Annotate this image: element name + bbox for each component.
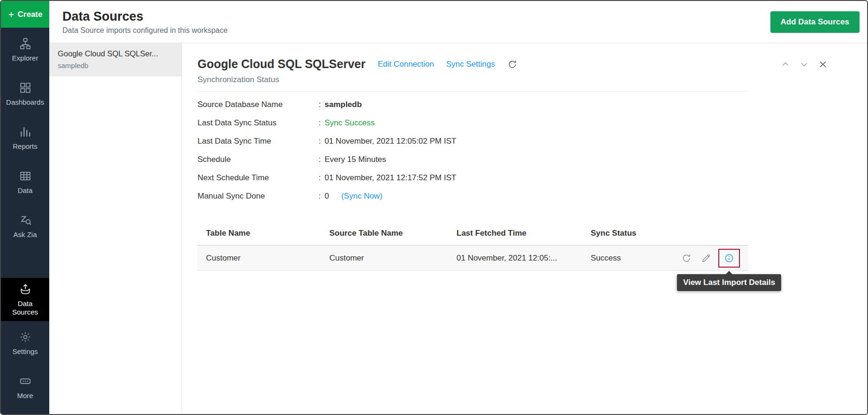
field-label: Manual Sync Done: [198, 192, 319, 201]
sidebar-item-label: Data: [16, 186, 35, 195]
sidebar-item-ask-zia[interactable]: Ask Zia: [1, 204, 49, 248]
connection-title: Google Cloud SQL SQLServer: [198, 57, 365, 71]
close-icon[interactable]: [818, 60, 828, 69]
gear-icon: [19, 331, 31, 343]
view-last-import-details-tooltip: View Last Import Details: [677, 274, 781, 291]
sidebar-nav: Explorer Dashboards Reports: [1, 28, 49, 409]
sidebar-item-dashboards[interactable]: Dashboards: [1, 72, 49, 116]
chevron-down-icon[interactable]: [799, 60, 809, 69]
dashboards-icon: [19, 82, 31, 94]
sync-status-value: Sync Success: [325, 118, 375, 128]
field-label: Last Data Sync Time: [198, 137, 319, 146]
row-actions: [664, 246, 748, 271]
more-ellipsis-icon: [19, 375, 31, 387]
sync-now-link[interactable]: (Sync Now): [341, 192, 382, 201]
field-value: 01 November, 2021 12:17:52 PM IST: [325, 173, 457, 183]
table-header-row: Table Name Source Table Name Last Fetche…: [198, 223, 748, 246]
column-header-sync-status: Sync Status: [582, 223, 664, 246]
field-label: Next Schedule Time: [198, 173, 319, 183]
page-subtitle: Data Source imports configured in this w…: [62, 26, 228, 35]
field-value: 0: [325, 192, 329, 201]
sidebar-item-settings[interactable]: Settings: [1, 321, 49, 365]
app-window: Create Explorer: [0, 0, 868, 415]
row-refresh-icon[interactable]: [681, 253, 692, 263]
page-header: Data Sources Data Source imports configu…: [49, 1, 867, 43]
source-item-subtitle: sampledb: [58, 61, 173, 69]
content-area: Google Cloud SQL SQLSer... sampledb Goog…: [49, 43, 867, 414]
field-row: Source Database Name : sampledb: [198, 100, 867, 118]
refresh-icon[interactable]: [507, 59, 518, 69]
field-colon: :: [319, 100, 321, 109]
sidebar-item-label: Reports: [11, 142, 39, 151]
detail-panel: Google Cloud SQL SQLServer Edit Connecti…: [182, 43, 867, 414]
sidebar-item-label: Dashboards: [4, 98, 46, 107]
field-colon: :: [319, 173, 321, 183]
edit-pencil-icon[interactable]: [701, 253, 711, 263]
sidebar-item-label: Explorer: [10, 54, 40, 62]
detail-header: Google Cloud SQL SQLServer Edit Connecti…: [198, 57, 867, 71]
source-list-item[interactable]: Google Cloud SQL SQLSer... sampledb: [49, 43, 182, 77]
page-header-text: Data Sources Data Source imports configu…: [62, 9, 228, 35]
create-button-label: Create: [18, 10, 43, 19]
field-value: 01 November, 2021 12:05:02 PM IST: [325, 137, 457, 146]
cell-last-fetched-time: 01 November, 2021 12:05:...: [448, 246, 582, 271]
sidebar-item-data[interactable]: Data: [1, 160, 49, 204]
sidebar-item-explorer[interactable]: Explorer: [1, 28, 49, 72]
sidebar-item-label: More: [15, 392, 35, 400]
plus-icon: [8, 11, 15, 18]
field-colon: :: [319, 192, 321, 201]
reports-icon: [19, 126, 31, 138]
edit-connection-link[interactable]: Edit Connection: [378, 60, 434, 69]
main-area: Data Sources Data Source imports configu…: [49, 1, 867, 414]
panel-controls: [781, 60, 828, 69]
field-row: Last Data Sync Time : 01 November, 2021 …: [198, 137, 867, 155]
sidebar: Create Explorer: [1, 1, 49, 414]
sync-settings-link[interactable]: Sync Settings: [446, 60, 495, 69]
column-header-table-name: Table Name: [198, 223, 321, 246]
field-value: Every 15 Minutes: [325, 155, 386, 164]
field-label: Schedule: [198, 155, 319, 164]
section-title: Synchronization Status: [198, 75, 748, 92]
explorer-icon: [19, 38, 31, 50]
sidebar-item-label: Settings: [10, 347, 39, 356]
sidebar-item-data-sources[interactable]: Data Sources: [1, 278, 49, 321]
chevron-up-icon[interactable]: [781, 60, 790, 69]
field-row: Last Data Sync Status : Sync Success: [198, 118, 867, 137]
cell-sync-status: Success: [582, 246, 664, 271]
data-sources-icon: [19, 283, 31, 295]
sync-status-fields: Source Database Name : sampledb Last Dat…: [198, 100, 867, 210]
sidebar-item-more[interactable]: More: [1, 365, 49, 409]
column-header-actions: [664, 223, 748, 246]
add-data-sources-button[interactable]: Add Data Sources: [770, 11, 860, 33]
field-value: sampledb: [325, 100, 362, 109]
sidebar-item-reports[interactable]: Reports: [1, 116, 49, 160]
tables-sync-table: Table Name Source Table Name Last Fetche…: [198, 223, 748, 271]
source-list-panel: Google Cloud SQL SQLSer... sampledb: [49, 43, 182, 414]
field-row: Schedule : Every 15 Minutes: [198, 155, 867, 173]
cell-source-table-name: Customer: [321, 246, 448, 271]
field-colon: :: [319, 118, 321, 128]
cell-table-name: Customer: [198, 246, 321, 271]
column-header-last-fetched-time: Last Fetched Time: [448, 223, 582, 246]
field-label: Source Database Name: [198, 100, 319, 109]
field-label: Last Data Sync Status: [198, 118, 319, 128]
data-table-icon: [19, 170, 31, 182]
table-row: Customer Customer 01 November, 2021 12:0…: [198, 246, 748, 271]
page-title: Data Sources: [62, 9, 228, 24]
info-highlight-box: [718, 249, 740, 268]
info-icon[interactable]: [724, 253, 734, 263]
sidebar-item-label: Data Sources: [10, 300, 40, 316]
field-colon: :: [319, 155, 321, 164]
field-row: Manual Sync Done : 0 (Sync Now): [198, 192, 867, 210]
column-header-source-table-name: Source Table Name: [321, 223, 448, 246]
sidebar-item-label: Ask Zia: [11, 231, 38, 239]
source-item-title: Google Cloud SQL SQLSer...: [58, 49, 173, 58]
field-row: Next Schedule Time : 01 November, 2021 1…: [198, 173, 867, 192]
field-colon: :: [319, 137, 321, 146]
create-button[interactable]: Create: [1, 1, 49, 28]
ask-zia-icon: [19, 214, 31, 226]
